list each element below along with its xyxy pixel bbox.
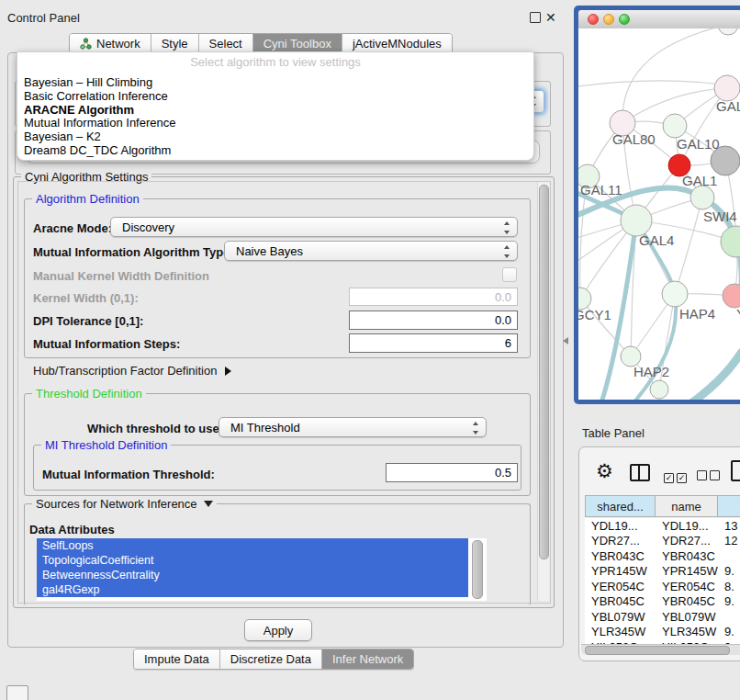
table-row[interactable]: YPR145WYPR145W9.: [585, 564, 740, 580]
column-header[interactable]: shared...: [585, 495, 656, 517]
attribute-item[interactable]: TopologicalCoefficient: [37, 553, 468, 568]
attributes-scrollbar-thumb[interactable]: [472, 540, 483, 599]
tab-cyni-toolbox[interactable]: Cyni Toolbox: [253, 34, 342, 53]
minimized-panel-icon[interactable]: [6, 685, 28, 700]
network-node[interactable]: [650, 380, 668, 399]
apply-button[interactable]: Apply: [244, 619, 312, 641]
table-cell: YBR043C: [656, 549, 718, 563]
algorithm-option[interactable]: ARACNE Algorithm: [17, 104, 533, 118]
network-icon: [80, 38, 92, 50]
column-header[interactable]: name: [656, 495, 718, 517]
column-header[interactable]: A: [718, 495, 740, 517]
network-edge-highlighted: [689, 352, 740, 400]
settings-scrollbar[interactable]: [537, 182, 549, 601]
table-cell: YLR345W: [656, 625, 718, 638]
algorithm-option[interactable]: Dream8 DC_TDC Algorithm: [17, 144, 533, 158]
aracne-mode-combo[interactable]: Discovery: [110, 217, 518, 237]
tab-infer-network[interactable]: Infer Network: [322, 649, 413, 669]
network-node[interactable]: [721, 226, 740, 257]
table-row[interactable]: YBR045CYBR045C9.: [585, 594, 740, 610]
table-cell: YER054C: [585, 580, 656, 593]
network-node[interactable]: [663, 114, 687, 138]
attribute-item[interactable]: SelfLoops: [37, 538, 468, 553]
mi-threshold-group-title: MI Threshold Definition: [41, 438, 171, 452]
network-node[interactable]: [690, 186, 714, 209]
table-hscrollbar[interactable]: [581, 644, 740, 655]
data-attributes-label: Data Attributes: [29, 523, 115, 536]
attribute-item[interactable]: BetweennessCentrality: [37, 568, 468, 582]
tab-jactivemnodules[interactable]: jActiveMNodules: [342, 34, 452, 53]
algorithm-definition-title: Algorithm Definition: [32, 192, 143, 206]
network-node[interactable]: [718, 28, 738, 35]
close-window-icon[interactable]: [588, 14, 599, 25]
cyni-bottom-tabbar: Impute DataDiscretize DataInfer Network: [133, 649, 414, 670]
float-window-icon[interactable]: [530, 12, 541, 23]
tab-discretize-data[interactable]: Discretize Data: [220, 649, 322, 669]
network-node[interactable]: [714, 75, 740, 101]
select-all-columns-icon[interactable]: ✓✓: [664, 468, 690, 484]
network-node[interactable]: [621, 205, 652, 236]
popup-hint: Select algorithm to view settings: [17, 55, 533, 69]
table-panel-title: Table Panel: [582, 426, 645, 440]
table-cell: 9.: [718, 564, 740, 578]
table-row[interactable]: YLR345WYLR345W9.: [585, 625, 740, 640]
network-view-window[interactable]: GALGAL80GAL10GAL1GAL11SWI4GAL4GCY1HAP4YH…: [574, 6, 740, 404]
manual-kernel-checkbox: [502, 267, 517, 282]
table-row[interactable]: YBL079WYBL079W: [585, 609, 740, 625]
network-node[interactable]: [723, 284, 740, 308]
mi-threshold-field[interactable]: 0.5: [386, 463, 518, 482]
table-cell: YBR043C: [585, 549, 656, 563]
splitter-collapse-icon[interactable]: [563, 337, 568, 344]
attribute-item[interactable]: gal4RGexp: [37, 582, 468, 597]
which-threshold-value: MI Threshold: [230, 421, 300, 435]
table-hscrollbar-thumb[interactable]: [585, 646, 730, 655]
network-node-label: Y: [736, 306, 740, 322]
tab-label: Network: [96, 34, 140, 53]
network-node[interactable]: [662, 281, 688, 307]
table-cell: YBR045C: [585, 594, 656, 608]
minimize-window-icon[interactable]: [603, 14, 614, 25]
table-panel-window: ⚙ ✓✓ shared...nameA YDL19...YDL19...13YD…: [578, 446, 740, 661]
algorithm-option[interactable]: Bayesian – Hill Climbing: [17, 76, 533, 90]
sources-group-title: Sources for Network Inference: [32, 497, 217, 511]
sources-title-text: Sources for Network Inference: [36, 497, 197, 511]
tab-select[interactable]: Select: [199, 34, 253, 53]
network-node-label: GAL1: [682, 173, 717, 188]
hub-definition-expander[interactable]: Hub/Transcription Factor Definition: [33, 364, 231, 378]
table-row[interactable]: YDL19...YDL19...13: [585, 518, 740, 534]
table-cell: 9.: [718, 594, 740, 608]
mi-threshold-value: 0.5: [495, 466, 511, 480]
collapse-down-icon[interactable]: [204, 501, 213, 507]
mi-steps-value: 6: [505, 336, 511, 350]
tab-impute-data[interactable]: Impute Data: [134, 649, 220, 669]
network-canvas[interactable]: GALGAL80GAL10GAL1GAL11SWI4GAL4GCY1HAP4YH…: [578, 28, 740, 400]
data-attributes-list: SelfLoopsTopologicalCoefficientBetweenne…: [37, 538, 487, 601]
algorithm-option[interactable]: Basic Correlation Inference: [17, 90, 533, 104]
table-row[interactable]: YBR043CYBR043C: [585, 548, 740, 564]
network-window-titlebar[interactable]: [578, 10, 740, 29]
close-panel-icon[interactable]: ✕: [545, 12, 556, 23]
network-node-label: GAL: [716, 98, 740, 114]
tab-style[interactable]: Style: [151, 34, 199, 53]
settings-scrollbar-thumb[interactable]: [539, 185, 549, 559]
table-row[interactable]: YER054CYER054C8.: [585, 579, 740, 594]
mi-type-value: Naive Bayes: [236, 244, 303, 258]
mi-type-combo[interactable]: Naive Bayes: [224, 241, 518, 261]
table-settings-gear-icon[interactable]: ⚙: [596, 462, 613, 481]
mi-steps-field[interactable]: 6: [349, 333, 518, 353]
tab-network[interactable]: Network: [70, 34, 151, 53]
algorithm-option[interactable]: Bayesian – K2: [17, 130, 533, 144]
zoom-window-icon[interactable]: [619, 14, 630, 25]
which-threshold-combo[interactable]: MI Threshold: [219, 417, 487, 437]
algorithm-option[interactable]: Mutual Information Inference: [17, 117, 533, 130]
dpi-tolerance-field[interactable]: 0.0: [349, 310, 518, 330]
new-table-file-icon[interactable]: [731, 460, 740, 481]
deselect-all-columns-icon[interactable]: [697, 468, 723, 484]
table-row[interactable]: YDR27...YDR27...12: [585, 534, 740, 549]
table-cell: YBL079W: [585, 610, 656, 624]
aracne-mode-value: Discovery: [122, 220, 174, 234]
table-columns-icon[interactable]: [630, 464, 650, 481]
network-node-label: GAL4: [639, 232, 674, 248]
aracne-mode-label: Aracne Mode:: [33, 221, 112, 235]
network-node-label: GAL11: [580, 182, 622, 198]
